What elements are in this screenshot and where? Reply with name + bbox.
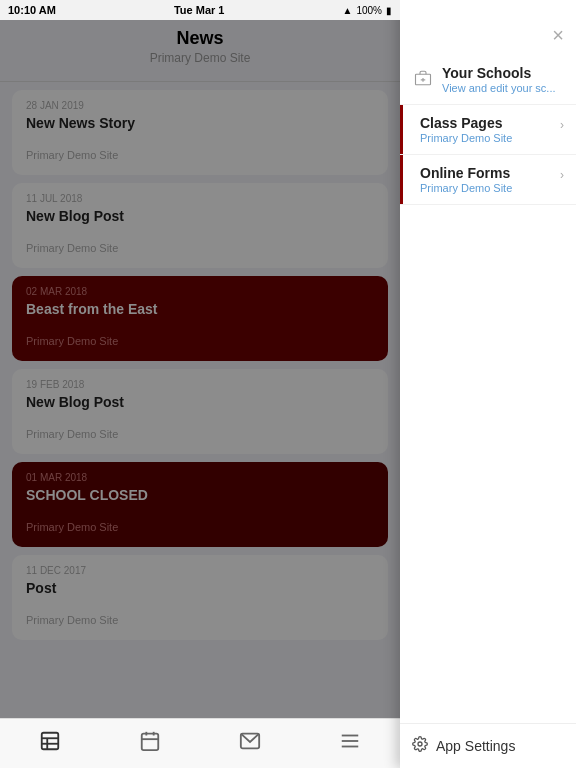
sidebar-drawer: × Your Schools View and edit your sc... … <box>400 0 576 768</box>
sidebar-items: Your Schools View and edit your sc... Cl… <box>400 55 576 723</box>
tab-news[interactable] <box>39 730 61 757</box>
class-pages-label: Class Pages <box>420 115 556 131</box>
svg-point-15 <box>418 742 422 746</box>
online-forms-sublabel: Primary Demo Site <box>420 182 556 194</box>
class-pages-chevron: › <box>560 118 564 132</box>
school-icon <box>412 67 434 89</box>
your-schools-label: Your Schools <box>442 65 564 81</box>
sidebar-app-settings[interactable]: App Settings <box>400 723 576 768</box>
online-forms-text: Online Forms Primary Demo Site <box>412 165 556 194</box>
sidebar-item-online-forms[interactable]: Online Forms Primary Demo Site › <box>400 155 576 205</box>
tab-compose[interactable] <box>239 730 261 757</box>
status-bar: 10:10 AM Tue Mar 1 ▲ 100% ▮ <box>0 0 400 20</box>
status-date: Tue Mar 1 <box>174 4 225 16</box>
battery-label: 100% <box>356 5 382 16</box>
close-button[interactable]: × <box>552 24 564 47</box>
sidebar-top: × <box>400 0 576 55</box>
news-overlay <box>0 0 400 768</box>
battery-icon: ▮ <box>386 5 392 16</box>
gear-icon <box>412 736 428 756</box>
class-pages-text: Class Pages Primary Demo Site <box>412 115 556 144</box>
online-forms-chevron: › <box>560 168 564 182</box>
sidebar-item-class-pages[interactable]: Class Pages Primary Demo Site › <box>400 105 576 155</box>
your-schools-text: Your Schools View and edit your sc... <box>442 65 564 94</box>
status-time: 10:10 AM <box>8 4 56 16</box>
online-forms-label: Online Forms <box>420 165 556 181</box>
svg-rect-0 <box>42 733 59 750</box>
status-icons: ▲ 100% ▮ <box>343 5 392 16</box>
tab-menu[interactable] <box>339 730 361 757</box>
your-schools-sublabel: View and edit your sc... <box>442 82 564 94</box>
svg-rect-4 <box>142 734 159 751</box>
sidebar-item-your-schools[interactable]: Your Schools View and edit your sc... <box>400 55 576 105</box>
app-settings-label: App Settings <box>436 738 515 754</box>
tab-calendar[interactable] <box>139 730 161 757</box>
tab-bar <box>0 718 400 768</box>
wifi-icon: ▲ <box>343 5 353 16</box>
class-pages-sublabel: Primary Demo Site <box>420 132 556 144</box>
